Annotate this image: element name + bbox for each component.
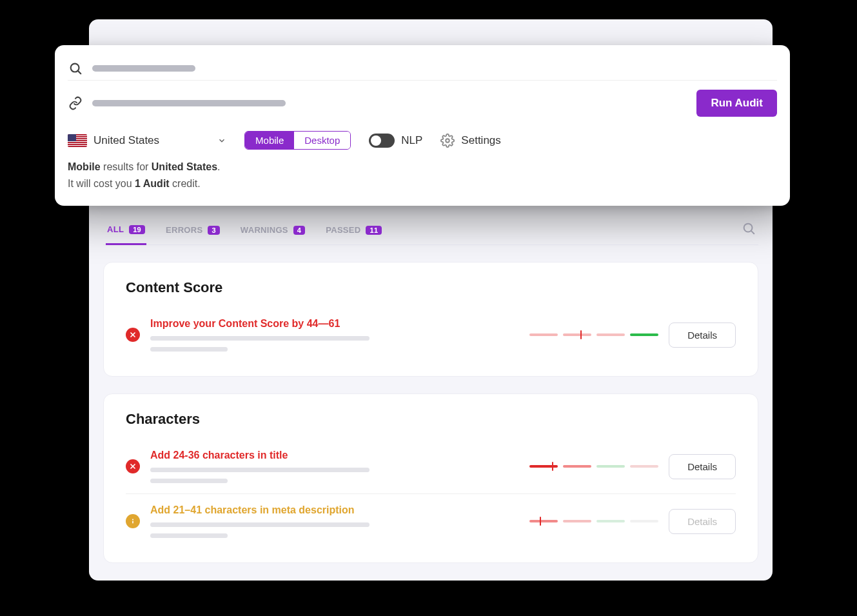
tab-badge: 4 (293, 226, 305, 235)
link-icon (68, 95, 83, 111)
chevron-down-icon (217, 136, 226, 145)
issue-body: Improve your Content Score by 44—61 (150, 318, 519, 352)
settings-label: Settings (461, 134, 500, 147)
details-button[interactable]: Details (669, 454, 736, 479)
error-icon (126, 459, 140, 473)
results-search-button[interactable] (742, 221, 756, 242)
tab-errors[interactable]: ERRORS 3 (164, 219, 221, 244)
tab-warnings[interactable]: WARNINGS 4 (239, 219, 306, 244)
svg-line-4 (751, 231, 754, 233)
results-tabs: ALL 19 ERRORS 3 WARNINGS 4 PASSED 11 (103, 218, 758, 245)
result-card: Content ScoreImprove your Content Score … (103, 262, 758, 377)
issue-body: Add 21–41 characters in meta description (150, 504, 519, 538)
placeholder-text (150, 468, 369, 472)
score-meter (529, 333, 658, 336)
placeholder-text (150, 347, 228, 352)
country-label: United States (94, 134, 159, 147)
placeholder-text (150, 479, 228, 483)
warning-icon (126, 514, 140, 528)
nlp-label: NLP (401, 134, 422, 147)
tab-label: ALL (107, 224, 124, 234)
tab-all[interactable]: ALL 19 (106, 218, 146, 245)
nlp-toggle-group: NLP (369, 134, 422, 148)
placeholder-text (150, 533, 228, 538)
nlp-toggle[interactable] (369, 134, 395, 148)
issue-body: Add 24-36 characters in title (150, 450, 519, 483)
details-button: Details (669, 509, 736, 534)
card-title: Content Score (126, 279, 736, 296)
tab-badge: 19 (129, 225, 145, 234)
device-mobile[interactable]: Mobile (245, 132, 294, 149)
issue-title: Add 21–41 characters in meta description (150, 504, 519, 516)
issue-row: Improve your Content Score by 44—61Detai… (126, 308, 736, 362)
settings-button[interactable]: Settings (440, 134, 500, 148)
country-select[interactable]: United States (68, 134, 226, 147)
flag-icon (68, 134, 87, 147)
device-toggle: Mobile Desktop (244, 131, 351, 150)
result-card: CharactersAdd 24-36 characters in titleD… (103, 393, 758, 563)
score-meter (529, 465, 658, 468)
svg-point-9 (132, 519, 133, 521)
tab-badge: 3 (208, 226, 219, 235)
tab-label: ERRORS (166, 225, 202, 235)
results-area: ALL 19 ERRORS 3 WARNINGS 4 PASSED 11 Con… (103, 218, 758, 563)
gear-icon (440, 134, 455, 148)
device-desktop[interactable]: Desktop (294, 132, 350, 149)
url-input-row: Run Audit (68, 81, 777, 121)
placeholder-text (150, 336, 369, 341)
issue-title: Add 24-36 characters in title (150, 450, 519, 461)
details-button[interactable]: Details (669, 323, 736, 348)
error-icon (126, 328, 140, 342)
keyword-input-row (68, 57, 777, 81)
svg-line-1 (78, 71, 81, 74)
audit-hint: Mobile results for United States. It wil… (68, 159, 777, 192)
url-input[interactable] (92, 100, 687, 106)
issue-row: Add 21–41 characters in meta description… (126, 493, 736, 548)
svg-rect-10 (132, 521, 133, 524)
run-audit-button[interactable]: Run Audit (696, 90, 777, 117)
placeholder-text (150, 522, 369, 527)
audit-options: United States Mobile Desktop NLP Setting… (68, 131, 777, 150)
keyword-input[interactable] (92, 65, 777, 72)
issue-row: Add 24-36 characters in titleDetails (126, 439, 736, 493)
card-title: Characters (126, 411, 736, 428)
svg-point-2 (446, 139, 450, 143)
tab-badge: 11 (366, 226, 382, 235)
tab-passed[interactable]: PASSED 11 (324, 219, 383, 244)
tab-label: PASSED (326, 225, 360, 235)
audit-panel: Run Audit United States Mobile Desktop N… (55, 45, 790, 206)
tab-label: WARNINGS (241, 225, 288, 235)
search-icon (68, 61, 83, 76)
issue-title: Improve your Content Score by 44—61 (150, 318, 519, 330)
score-meter (529, 520, 658, 522)
